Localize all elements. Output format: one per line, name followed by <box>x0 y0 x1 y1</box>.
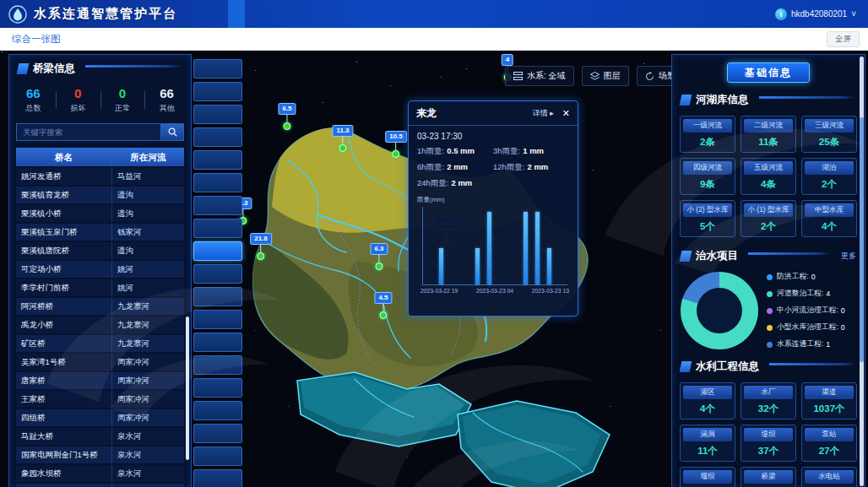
stat-cell[interactable]: 三级河流 25条 <box>801 116 857 153</box>
table-scrollbar[interactable] <box>186 317 189 460</box>
nav-item[interactable] <box>346 0 363 28</box>
stat-cell[interactable]: 湖泊 2个 <box>801 158 857 195</box>
table-row[interactable]: 仙亭5河坝荷桥 泉水河 <box>16 484 184 487</box>
table-row[interactable]: 栗溪镇小桥 遗沟 <box>16 205 184 222</box>
station-marker[interactable]: 11.3 <box>332 125 353 152</box>
layer-menu-item[interactable] <box>193 378 242 398</box>
popup-detail-link[interactable]: 详情 ▸ <box>533 108 554 119</box>
bridge-name-cell: 禹龙小桥 <box>16 317 112 333</box>
panel-scrollbar-thumb[interactable] <box>860 117 864 362</box>
station-marker[interactable]: 21.8 <box>250 233 272 260</box>
stat-cell[interactable]: 水电站 3个 <box>801 467 857 487</box>
table-row[interactable]: 禹龙小桥 九龙寨河 <box>16 317 184 333</box>
stat-cell[interactable]: 桥梁 66个 <box>741 467 796 487</box>
table-row[interactable]: 李学村门前桥 姚河 <box>16 279 184 296</box>
layer-menu-item[interactable] <box>193 82 242 101</box>
station-value-badge: 4 <box>502 54 513 66</box>
stat-cell[interactable]: 水厂 32个 <box>741 382 796 419</box>
table-row[interactable]: 矿区桥 九龙寨河 <box>16 335 184 352</box>
tab-base-info[interactable]: 基础信息 <box>727 62 810 83</box>
stat-cell[interactable]: 堰坝 47个 <box>680 467 735 487</box>
station-marker[interactable]: 6.3 <box>370 243 388 270</box>
layer-menu-item[interactable] <box>193 150 242 170</box>
close-icon[interactable]: ✕ <box>562 109 570 118</box>
nav-item[interactable] <box>312 0 329 28</box>
search-input[interactable] <box>16 123 160 141</box>
stat-cell[interactable]: 灌区 4个 <box>680 382 735 419</box>
layer-menu-item[interactable] <box>193 173 242 192</box>
layer-menu-item[interactable] <box>193 219 242 238</box>
table-row[interactable]: 王家桥 周家冲河 <box>16 391 184 408</box>
stat-cell-label: 中型水库 <box>805 203 854 217</box>
stat-cell[interactable]: 泵站 27个 <box>801 425 857 462</box>
nav-item[interactable] <box>262 0 279 28</box>
layer-menu-item[interactable] <box>193 401 242 420</box>
stat-cell[interactable]: 渠道 1037个 <box>801 382 857 419</box>
layer-menu-item[interactable] <box>193 264 242 284</box>
stat-cell[interactable]: 四级河流 9条 <box>680 158 735 195</box>
nav-item[interactable] <box>296 0 312 28</box>
layer-menu-item[interactable] <box>193 241 242 261</box>
station-stem <box>379 255 380 262</box>
nav-item[interactable] <box>279 0 296 28</box>
search-button[interactable] <box>160 123 184 141</box>
stat-cell[interactable]: 小 (2) 型水库 5个 <box>680 200 735 237</box>
nav-item[interactable] <box>329 0 346 28</box>
table-row[interactable]: 四组桥 周家冲河 <box>16 409 184 426</box>
stat-cell[interactable]: 涵洞 11个 <box>680 425 735 462</box>
station-stem <box>383 304 384 311</box>
nav-item[interactable] <box>245 0 262 28</box>
layer-menu-item[interactable] <box>193 355 242 375</box>
station-marker[interactable]: 6.5 <box>278 103 296 130</box>
table-row[interactable]: 栗溪镇育龙桥 遗沟 <box>16 187 184 203</box>
layer-menu-item[interactable] <box>193 469 242 487</box>
layer-menu-item[interactable] <box>193 424 242 443</box>
layer-menu-item[interactable] <box>193 105 242 124</box>
stat-cell-label: 二级河流 <box>744 119 793 133</box>
legend-item[interactable]: 防洪工程: 0 <box>767 272 856 282</box>
user-menu[interactable]: i hkdb42080201 ˅ <box>775 8 868 20</box>
table-row[interactable]: 阿河桥桥 九龙寨河 <box>16 298 184 315</box>
stat-cell[interactable]: 堤坝 37个 <box>741 425 796 462</box>
table-row[interactable]: 国家电网荆金门1号桥 泉水河 <box>16 446 184 463</box>
layers-button[interactable]: 图层 <box>582 66 629 86</box>
layer-menu-item[interactable] <box>193 310 242 329</box>
more-link[interactable]: 更多 <box>841 251 856 262</box>
station-marker[interactable]: 4.5 <box>374 292 392 319</box>
app-root: 4 6.5 11.3 10.5 3.3 10.5 <box>0 0 868 487</box>
table-body: 姚河发通桥 马益河 栗溪镇育龙桥 遗沟 栗溪镇小桥 遗沟 栗溪镇玉泉门桥 钱家河… <box>16 168 184 487</box>
river-name-cell: 钱家河 <box>112 224 184 241</box>
layer-menu-item[interactable] <box>193 127 242 147</box>
table-row[interactable]: 姚河发通桥 马益河 <box>16 168 184 185</box>
table-row[interactable]: 栗溪镇唐院桥 遗沟 <box>16 242 184 259</box>
table-row[interactable]: 可定场小桥 姚河 <box>16 261 184 278</box>
nav-item[interactable] <box>228 0 245 28</box>
panel-header-line <box>85 65 182 68</box>
table-row[interactable]: 唐家桥 周家冲河 <box>16 372 184 389</box>
table-row[interactable]: 马趾大桥 泉水河 <box>16 428 184 445</box>
stat-cell[interactable]: 一级河流 2条 <box>680 116 735 153</box>
station-marker[interactable]: 10.5 <box>385 131 407 158</box>
stat-cell[interactable]: 小 (1) 型水库 2个 <box>741 200 796 237</box>
layer-menu-item[interactable] <box>193 333 242 352</box>
breadcrumb: 综合一张图 <box>12 33 61 46</box>
layer-menu-item[interactable] <box>193 446 242 466</box>
layer-menu-item[interactable] <box>193 196 242 215</box>
table-row[interactable]: 象园水坝桥 泉水河 <box>16 465 184 482</box>
legend-item[interactable]: 小型水库治理工程: 0 <box>767 322 856 333</box>
layer-menu-item[interactable] <box>193 59 242 78</box>
panel-scrollbar-track[interactable] <box>860 57 864 486</box>
layer-menu-item[interactable] <box>193 287 242 306</box>
stat-cell[interactable]: 二级河流 11条 <box>741 116 796 153</box>
legend-item[interactable]: 河道整治工程: 4 <box>767 289 856 299</box>
water-system-scope-button[interactable]: 水系: 全域 <box>505 66 574 86</box>
legend-item[interactable]: 中小河流治理工程: 0 <box>767 306 856 316</box>
nav-item[interactable] <box>211 0 228 28</box>
table-row[interactable]: 吴家湾1号桥 周家冲河 <box>16 354 184 371</box>
stat-cell[interactable]: 中型水库 4个 <box>801 200 857 237</box>
legend-item[interactable]: 水系连通工程: 1 <box>767 339 856 349</box>
fullscreen-button[interactable]: 全屏 <box>827 31 860 47</box>
table-row[interactable]: 栗溪镇玉泉门桥 钱家河 <box>16 224 184 241</box>
stat-cell[interactable]: 五级河流 4条 <box>741 158 796 195</box>
nav-item[interactable] <box>363 0 380 28</box>
